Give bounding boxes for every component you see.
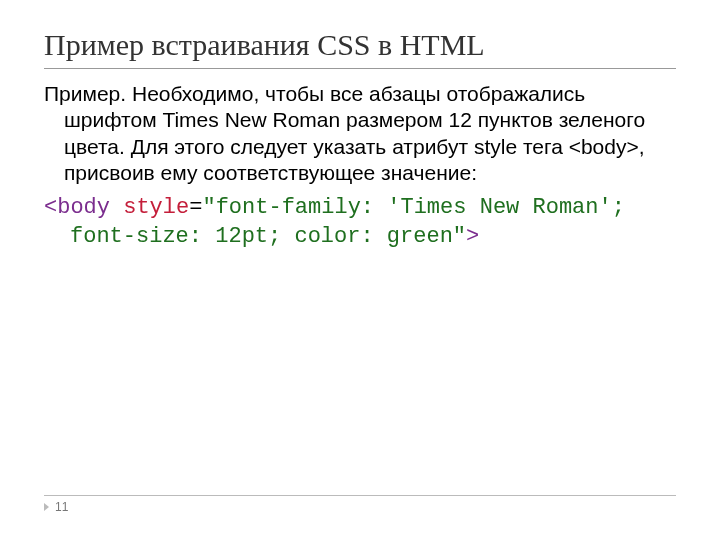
page-number-value: 11 — [55, 500, 68, 514]
slide-paragraph: Пример. Необходимо, чтобы все абзацы ото… — [44, 81, 676, 186]
code-example: <body style="font-family: 'Times New Rom… — [44, 194, 676, 251]
code-tag-close: > — [466, 224, 479, 249]
page-number: 11 — [44, 500, 676, 514]
code-attr: style — [110, 195, 189, 220]
code-eq: = — [189, 195, 202, 220]
code-tag-open: <body — [44, 195, 110, 220]
slide-footer: 11 — [44, 495, 676, 514]
footer-divider — [44, 495, 676, 496]
triangle-icon — [44, 503, 49, 511]
slide-title: Пример встраивания CSS в HTML — [44, 28, 676, 69]
